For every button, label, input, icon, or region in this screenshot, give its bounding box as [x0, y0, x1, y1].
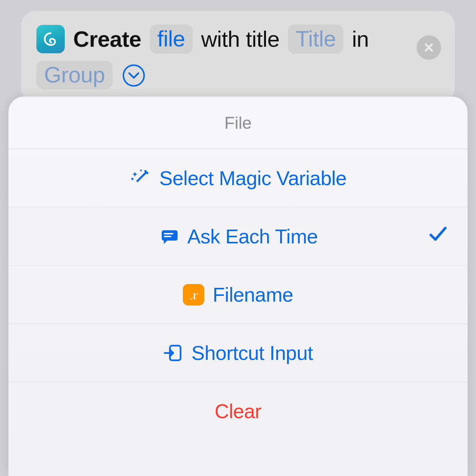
svg-rect-3	[164, 236, 171, 237]
group-parameter-token[interactable]: Group	[36, 61, 113, 90]
option-label: Shortcut Input	[192, 341, 313, 364]
action-verb: Create	[73, 26, 141, 52]
option-filename[interactable]: 𝑥 Filename	[8, 266, 468, 324]
svg-rect-2	[164, 233, 173, 235]
action-summary: Create file with title Title in Group	[36, 25, 440, 89]
input-icon	[163, 343, 183, 363]
speech-bubble-icon	[158, 226, 179, 247]
sheet-title: File	[8, 97, 468, 149]
action-card: Create file with title Title in Group	[21, 11, 455, 102]
chevron-down-icon	[128, 72, 140, 79]
close-icon	[423, 42, 434, 53]
magic-wand-icon	[130, 167, 151, 189]
expand-button[interactable]	[123, 64, 145, 87]
option-label: Filename	[213, 283, 293, 306]
checkmark-icon	[428, 223, 448, 249]
option-shortcut-input[interactable]: Shortcut Input	[8, 324, 468, 382]
app-icon	[36, 25, 65, 53]
svg-point-1	[140, 169, 142, 171]
option-label: Ask Each Time	[187, 225, 318, 248]
file-parameter-token[interactable]: file	[150, 25, 193, 54]
option-ask-each-time[interactable]: Ask Each Time	[8, 207, 468, 266]
action-text: in	[352, 26, 369, 52]
close-button[interactable]	[417, 35, 441, 60]
title-parameter-token[interactable]: Title	[288, 25, 343, 54]
option-label: Clear	[215, 400, 261, 423]
svg-point-0	[131, 178, 133, 180]
option-select-magic-variable[interactable]: Select Magic Variable	[8, 149, 468, 207]
option-label: Select Magic Variable	[159, 167, 347, 190]
option-clear[interactable]: Clear	[8, 382, 468, 440]
action-text: with title	[201, 26, 280, 52]
variable-picker-sheet: File Select Magic Variable	[8, 97, 468, 476]
variable-x-icon: 𝑥	[183, 284, 204, 305]
